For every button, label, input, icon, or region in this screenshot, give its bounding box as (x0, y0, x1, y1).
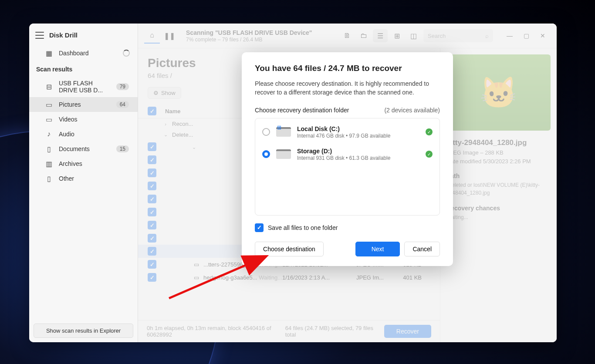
radio-selected[interactable] (262, 150, 270, 158)
modal-overlay: You have 64 files / 24.7 MB to recover P… (138, 24, 557, 342)
sidebar-item-videos[interactable]: ▭ Videos (29, 112, 138, 127)
cancel-button[interactable]: Cancel (404, 242, 440, 256)
audio-icon: ♪ (45, 130, 53, 138)
app-window: Disk Drill ▦ Dashboard Scan results ⊟ US… (29, 24, 557, 342)
destination-storage-d[interactable]: Storage (D:) Internal 931 GB disk • 61.3… (255, 143, 439, 165)
check-ok-icon: ✓ (426, 151, 433, 158)
modal-subtitle: Please choose recovery destination. It i… (255, 79, 440, 97)
choose-destination-button[interactable]: Choose destination (255, 242, 324, 256)
radio-unselected[interactable] (262, 128, 270, 136)
disk-icon (276, 149, 291, 159)
grid-icon: ▦ (45, 49, 53, 57)
menu-icon[interactable] (35, 32, 44, 39)
sidebar: Disk Drill ▦ Dashboard Scan results ⊟ US… (29, 24, 138, 342)
sidebar-item-usb[interactable]: ⊟ USB FLASH DRIVE USB D... 79 (29, 76, 138, 97)
destination-local-c[interactable]: Local Disk (C:) Internal 476 GB disk • 9… (255, 121, 439, 143)
section-scan-results: Scan results (29, 61, 138, 76)
save-one-folder-checkbox[interactable] (255, 223, 264, 232)
spinner-icon (123, 50, 130, 57)
video-icon: ▭ (45, 115, 53, 123)
choose-folder-label: Choose recovery destination folder (255, 107, 349, 114)
document-icon: ▯ (45, 145, 53, 153)
usb-icon: ⊟ (45, 83, 53, 91)
archive-icon: ▥ (45, 160, 53, 168)
show-in-explorer-button[interactable]: Show scan results in Explorer (34, 324, 133, 338)
other-icon: ▯ (45, 175, 53, 182)
picture-icon: ▭ (45, 101, 53, 108)
next-button[interactable]: Next (355, 242, 400, 256)
sidebar-item-pictures[interactable]: ▭ Pictures 64 (29, 97, 138, 112)
nav-dashboard[interactable]: ▦ Dashboard (29, 46, 138, 61)
recovery-modal: You have 64 files / 24.7 MB to recover P… (242, 52, 453, 266)
sidebar-item-documents[interactable]: ▯ Documents 15 (29, 142, 138, 156)
sidebar-item-other[interactable]: ▯ Other (29, 171, 138, 186)
sidebar-item-archives[interactable]: ▥ Archives (29, 156, 138, 171)
destination-list: Local Disk (C:) Internal 476 GB disk • 9… (255, 118, 440, 216)
modal-title: You have 64 files / 24.7 MB to recover (255, 64, 440, 73)
disk-icon (276, 127, 291, 137)
devices-count: (2 devices available) (384, 107, 440, 114)
save-one-label: Save all files to one folder (268, 224, 338, 231)
sidebar-item-audio[interactable]: ♪ Audio (29, 127, 138, 142)
check-ok-icon: ✓ (426, 128, 433, 135)
app-title: Disk Drill (49, 31, 78, 39)
